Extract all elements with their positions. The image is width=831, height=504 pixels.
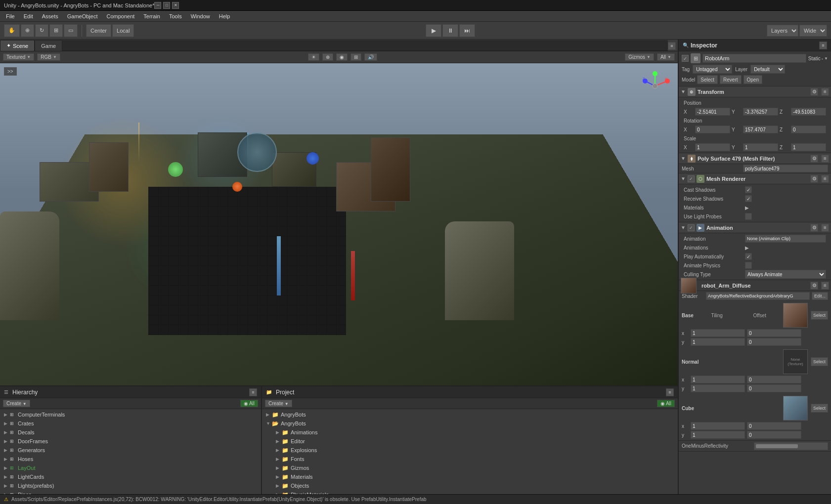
base-x-tiling[interactable]: 1: [691, 329, 745, 337]
minimize-button[interactable]: ─: [154, 2, 161, 9]
base-texture-thumb[interactable]: [783, 303, 808, 328]
tree-item-hoses[interactable]: ▶ ⊞ Hoses: [0, 455, 261, 463]
culling-select[interactable]: Always Animate: [745, 270, 826, 279]
tree-item-pipes[interactable]: ▶ ⊞ Pipes: [0, 490, 261, 494]
material-header[interactable]: robot_Arm_Diffuse ⚙ ≡: [679, 280, 831, 291]
rot-y-value[interactable]: 157.4707: [743, 126, 778, 133]
menu-file[interactable]: File: [2, 12, 19, 20]
all-dropdown[interactable]: All ▼: [657, 53, 675, 61]
play-auto-checkbox[interactable]: ✓: [745, 253, 752, 260]
rgb-dropdown[interactable]: RGB ▼: [37, 53, 60, 61]
collapse-button[interactable]: >>: [4, 67, 17, 76]
cube-y-offset[interactable]: 0: [747, 431, 801, 439]
menu-terrain[interactable]: Terrain: [139, 12, 164, 20]
move-tool-button[interactable]: ⊕: [21, 24, 34, 37]
layer-select[interactable]: Default: [750, 65, 785, 74]
normal-y-offset[interactable]: 0: [747, 384, 801, 392]
mesh-value[interactable]: polySurface479: [743, 165, 828, 172]
pos-y-value[interactable]: -3.376257: [743, 108, 778, 116]
project-create-btn[interactable]: Create ▼: [265, 400, 292, 407]
normal-select-btn[interactable]: Select: [811, 357, 828, 366]
menu-tools[interactable]: Tools: [165, 12, 186, 20]
scale-y-value[interactable]: 1: [743, 143, 778, 151]
tree-item-computerterminals[interactable]: ▶ ⊞ ComputerTerminals: [0, 410, 261, 419]
cube-x-offset[interactable]: 0: [747, 422, 801, 430]
folder-objects[interactable]: ▶ 📁 Objects: [262, 481, 678, 490]
textured-dropdown[interactable]: Textured ▼: [3, 53, 34, 61]
material-gear[interactable]: ⚙: [810, 282, 818, 290]
menu-gameobject[interactable]: GameObject: [63, 12, 102, 20]
menu-assets[interactable]: Assets: [38, 12, 62, 20]
layout-select[interactable]: Wide: [799, 25, 827, 37]
scale-x-value[interactable]: 1: [695, 143, 730, 151]
base-y-tiling[interactable]: 1: [691, 338, 745, 346]
animation-clip-value[interactable]: None (Animation Clip): [745, 235, 826, 243]
tree-item-lightcards[interactable]: ▶ ⊞ LightCards: [0, 472, 261, 481]
animation-gear[interactable]: ⚙: [810, 224, 818, 232]
tree-item-generators[interactable]: ▶ ⊞ Generators: [0, 446, 261, 455]
rot-z-value[interactable]: 0: [791, 126, 826, 133]
scene-viewport[interactable]: X Y Z >>: [0, 63, 678, 385]
folder-animations[interactable]: ▶ 📁 Animations: [262, 428, 678, 437]
meshrenderer-check[interactable]: ✓: [688, 175, 695, 182]
normal-x-offset[interactable]: 0: [747, 376, 801, 383]
transform-header[interactable]: ▼ ⊕ Transform ⚙ ≡: [679, 86, 831, 97]
tree-item-doorframes[interactable]: ▶ ⊞ DoorFrames: [0, 437, 261, 446]
hierarchy-close[interactable]: ≡: [249, 388, 257, 396]
cube-texture-thumb[interactable]: [783, 396, 808, 420]
folder-gizmos[interactable]: ▶ 📁 Gizmos: [262, 463, 678, 472]
local-button[interactable]: Local: [112, 24, 134, 37]
vp-icon3[interactable]: ◉: [336, 53, 348, 61]
cube-y-tiling[interactable]: 1: [691, 431, 745, 439]
base-y-offset[interactable]: 0: [747, 338, 801, 346]
animation-menu[interactable]: ≡: [821, 224, 829, 232]
model-select-btn[interactable]: Select: [697, 75, 718, 84]
rot-x-value[interactable]: 0: [695, 126, 730, 133]
meshfilter-menu[interactable]: ≡: [821, 155, 829, 163]
folder-editor[interactable]: ▶ 📁 Editor: [262, 437, 678, 446]
hierarchy-all-btn[interactable]: ◉ All: [240, 400, 258, 407]
pos-x-value[interactable]: -2.51401: [695, 108, 730, 116]
one-minus-slider[interactable]: [754, 442, 828, 450]
scale-tool-button[interactable]: ⊞: [49, 24, 63, 37]
inspector-close[interactable]: ≡: [819, 42, 827, 49]
rotate-tool-button[interactable]: ↻: [35, 24, 48, 37]
normal-texture-thumb[interactable]: None (Texture): [783, 349, 808, 374]
animation-check[interactable]: ✓: [688, 224, 695, 231]
vp-icon2[interactable]: ⊕: [322, 53, 333, 61]
tree-item-lights[interactable]: ▶ ⊞ Lights(prefabs): [0, 481, 261, 490]
project-all-btn[interactable]: ◉ All: [657, 400, 675, 407]
active-checkbox[interactable]: ✓: [682, 55, 689, 62]
rect-tool-button[interactable]: ▭: [64, 24, 78, 37]
use-light-probes-checkbox[interactable]: ✓: [745, 213, 752, 220]
hand-tool-button[interactable]: ✋: [4, 24, 20, 37]
shader-edit-btn[interactable]: Edit...: [812, 292, 828, 300]
menu-component[interactable]: Component: [102, 12, 138, 20]
vp-icon4[interactable]: ⊞: [350, 53, 361, 61]
object-name-input[interactable]: [702, 54, 806, 63]
cube-x-tiling[interactable]: 1: [691, 422, 745, 430]
pos-z-value[interactable]: -49.51083: [791, 108, 826, 116]
transform-menu[interactable]: ≡: [821, 88, 829, 96]
model-revert-btn[interactable]: Revert: [720, 75, 741, 84]
vp-icon1[interactable]: ☀: [308, 53, 319, 61]
base-select-btn[interactable]: Select: [811, 311, 828, 320]
project-close[interactable]: ≡: [666, 388, 674, 396]
center-button[interactable]: Center: [86, 24, 111, 37]
animate-physics-checkbox[interactable]: ✓: [745, 262, 752, 269]
vp-icon5[interactable]: 🔊: [364, 53, 377, 61]
meshrenderer-gear[interactable]: ⚙: [810, 175, 818, 183]
maximize-button[interactable]: □: [163, 2, 170, 9]
folder-materials[interactable]: ▶ 📁 Materials: [262, 472, 678, 481]
folder-fonts[interactable]: ▶ 📁 Fonts: [262, 455, 678, 463]
tab-game[interactable]: Game: [35, 40, 62, 51]
cube-select-btn[interactable]: Select: [811, 404, 828, 413]
tree-item-crates[interactable]: ▶ ⊞ Crates: [0, 419, 261, 428]
menu-edit[interactable]: Edit: [20, 12, 37, 20]
meshrenderer-header[interactable]: ▼ ✓ ⬡ Mesh Renderer ⚙ ≡: [679, 173, 831, 184]
pause-button[interactable]: ⏸: [442, 24, 458, 37]
folder-explosions[interactable]: ▶ 📁 Explosions: [262, 446, 678, 455]
close-button[interactable]: ✕: [172, 2, 179, 9]
step-button[interactable]: ⏭: [459, 24, 475, 37]
menu-help[interactable]: Help: [215, 12, 234, 20]
